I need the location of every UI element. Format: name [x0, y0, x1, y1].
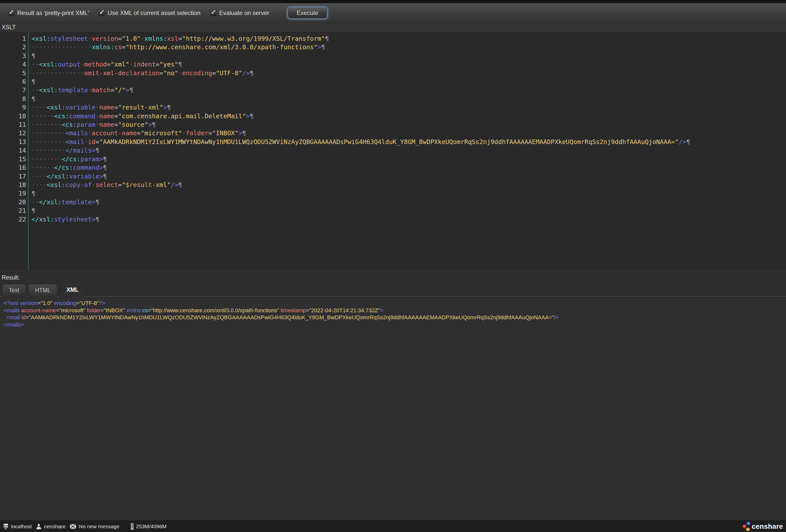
checkbox-box[interactable]: ✓ [98, 10, 105, 16]
user-icon [36, 523, 42, 530]
checkbox-box[interactable]: ✓ [8, 10, 15, 16]
editor-line-code: ·········<mails·account-name="microsoft"… [26, 129, 246, 138]
status-user-label: censhare [44, 524, 66, 530]
line-number: 5 [0, 69, 26, 77]
editor-line-code: ¶ [26, 52, 35, 60]
editor-line: 12·········<mails·account-name="microsof… [0, 129, 786, 138]
line-number: 2 [0, 43, 26, 51]
memory-icon [131, 523, 134, 530]
line-number: 19 [0, 189, 26, 198]
checkbox-evaluate-on-server[interactable]: ✓Evaluate on server [210, 9, 269, 17]
censhare-logo: censhare [742, 521, 783, 532]
editor-line: 14·········</mails>¶ [0, 146, 786, 155]
editor-line: 20··</xsl:template>¶ [0, 198, 786, 207]
tab-xml[interactable]: XML [60, 284, 85, 297]
checkbox-box[interactable]: ✓ [210, 10, 216, 16]
censhare-logo-icon [742, 521, 751, 532]
tab-html[interactable]: HTML [28, 284, 57, 297]
editor-line: 13·········<mail·id="AAMkADRkNDM1Y2IxLWY… [0, 138, 786, 146]
editor-line: 19¶ [0, 189, 786, 198]
checkbox-label: Evaluate on server [219, 9, 269, 17]
editor-line-code: ··<xsl:template·match="/">¶ [26, 86, 133, 94]
result-label: Result: [0, 270, 786, 282]
execute-button[interactable]: Execute [288, 8, 327, 18]
line-number: 10 [0, 112, 26, 120]
line-number: 18 [0, 181, 26, 189]
checkbox-label: Result as 'pretty-print XML' [17, 9, 89, 17]
result-tabs: TextHTMLXML [0, 282, 786, 296]
line-number: 1 [0, 34, 26, 43]
checkbox-use-xml-of-current-asset-selection[interactable]: ✓Use XML of current asset selection [98, 9, 201, 17]
editor-line-code: ····<xsl:copy-of·select="$result-xml"/>¶ [26, 181, 182, 189]
editor-line: 4··<xsl:output·method="xml"·indent="yes"… [0, 60, 786, 69]
toolbar-checkboxes: ✓Result as 'pretty-print XML'✓Use XML of… [8, 9, 279, 17]
status-memory-label: 253M/4096M [136, 524, 167, 530]
line-number: 9 [0, 103, 26, 112]
line-number: 15 [0, 155, 26, 163]
editor-line-code: ····<xsl:variable·name="result-xml">¶ [26, 103, 171, 112]
line-number: 3 [0, 52, 26, 60]
editor-line-code: ··</xsl:template>¶ [26, 198, 99, 207]
editor-line: 21¶ [0, 207, 786, 215]
check-icon: ✓ [211, 8, 216, 16]
editor-line: 15········</cs:param>¶ [0, 155, 786, 163]
censhare-xslt-tool: ✓Result as 'pretty-print XML'✓Use XML of… [0, 0, 786, 521]
editor-line: 7··<xsl:template·match="/">¶ [0, 86, 786, 94]
result-line: </mails> [3, 321, 786, 328]
line-number: 16 [0, 163, 26, 172]
line-number: 17 [0, 172, 26, 181]
line-number: 22 [0, 215, 26, 224]
editor-line-code: ¶ [26, 207, 35, 215]
line-number: 4 [0, 60, 26, 69]
check-icon: ✓ [9, 8, 15, 16]
editor-line-code: ········<cs:param·name="source">¶ [26, 120, 156, 129]
editor-line-code: ······</cs:command>¶ [26, 163, 107, 172]
check-icon: ✓ [99, 8, 105, 16]
editor-line: 9····<xsl:variable·name="result-xml">¶ [0, 103, 786, 112]
editor-line-code: ··············omit-xml-declaration="no"·… [26, 69, 254, 77]
result-line: <mails account-name="microsoft" folder="… [3, 307, 786, 314]
line-number: 21 [0, 207, 26, 215]
editor-line: 16······</cs:command>¶ [0, 163, 786, 172]
editor-line: 5··············omit-xml-declaration="no"… [0, 69, 786, 77]
editor-line-code: ¶ [26, 189, 35, 198]
result-pane[interactable]: <?xml version="1.0" encoding="UTF-8"?><m… [0, 296, 786, 521]
status-message-label: No new message [79, 524, 119, 530]
line-number: 6 [0, 77, 26, 86]
editor-line: 10······<cs:command·name="com.censhare.a… [0, 112, 786, 120]
result-section-header: Result: TextHTMLXML [0, 270, 786, 296]
line-number: 12 [0, 129, 26, 138]
editor-line-code: ¶ [26, 95, 35, 103]
editor-line: 1<xsl:stylesheet·version="1.0"·xmlns:xsl… [0, 34, 786, 43]
editor-label: XSLT [0, 23, 786, 32]
line-number: 20 [0, 198, 26, 207]
editor-line-code: ·········</mails>¶ [26, 146, 99, 155]
editor-line-code: ················xmlns:cs="http://www.cen… [26, 43, 325, 51]
tab-text[interactable]: Text [2, 284, 26, 297]
line-number: 7 [0, 86, 26, 94]
status-host[interactable]: localhost [2, 523, 32, 530]
xslt-editor[interactable]: 1<xsl:stylesheet·version="1.0"·xmlns:xsl… [0, 32, 786, 270]
editor-line: 18····<xsl:copy-of·select="$result-xml"/… [0, 181, 786, 189]
status-bar: localhost censhare No new message [0, 521, 786, 532]
status-message[interactable]: No new message [69, 524, 119, 530]
window-top-strip [0, 0, 786, 3]
editor-line-code: ·········<mail·id="AAMkADRkNDM1Y2IxLWY1M… [26, 138, 690, 146]
line-number: 14 [0, 146, 26, 155]
result-line: <mail id="AAMkADRkNDM1Y2IxLWY1MWYtNDAwNy… [3, 314, 786, 321]
editor-line-code: </xsl:stylesheet>¶ [26, 215, 99, 224]
status-memory[interactable]: 253M/4096M [131, 523, 167, 530]
editor-line-code: ······<cs:command·name="com.censhare.api… [26, 112, 254, 120]
toolbar: ✓Result as 'pretty-print XML'✓Use XML of… [0, 3, 786, 23]
checkbox-result-as-pretty-print-xml[interactable]: ✓Result as 'pretty-print XML' [8, 9, 89, 17]
line-number: 11 [0, 120, 26, 129]
editor-line-code: ··<xsl:output·method="xml"·indent="yes"¶ [26, 60, 182, 69]
status-host-label: localhost [11, 524, 32, 530]
checkbox-label: Use XML of current asset selection [108, 9, 201, 17]
editor-line-code: ········</cs:param>¶ [26, 155, 107, 163]
status-user[interactable]: censhare [36, 523, 66, 530]
editor-line: 3¶ [0, 52, 786, 60]
editor-line: 11········<cs:param·name="source">¶ [0, 120, 786, 129]
editor-line-code: ····</xsl:variable>¶ [26, 172, 107, 181]
editor-line-code: <xsl:stylesheet·version="1.0"·xmlns:xsl=… [26, 34, 329, 43]
